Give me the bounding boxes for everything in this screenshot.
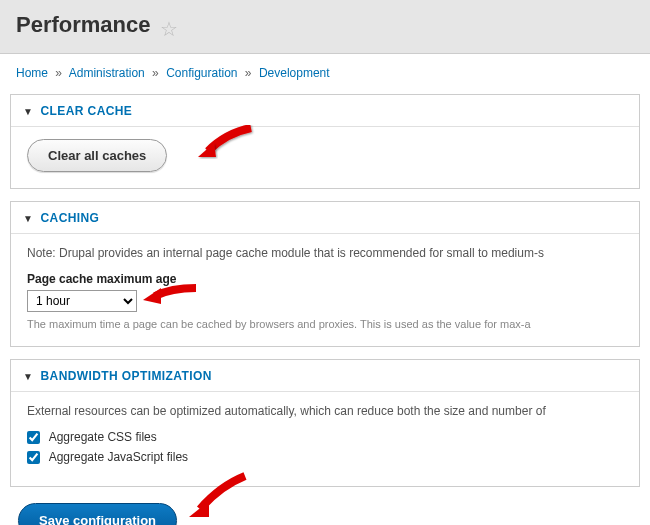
- breadcrumb-configuration[interactable]: Configuration: [166, 66, 237, 80]
- page-title: Performance: [16, 12, 151, 38]
- breadcrumb-sep: »: [51, 66, 66, 80]
- panel-bandwidth: ▼ BANDWIDTH OPTIMIZATION External resour…: [10, 359, 640, 488]
- collapse-toggle-icon: ▼: [23, 106, 33, 117]
- aggregate-css-checkbox[interactable]: [27, 431, 40, 444]
- panel-clear-cache: ▼ CLEAR CACHE Clear all caches: [10, 94, 640, 189]
- header-bar: Performance ☆: [0, 0, 650, 54]
- aggregate-js-label: Aggregate JavaScript files: [49, 450, 188, 464]
- favorite-star-icon[interactable]: ☆: [160, 18, 178, 40]
- collapse-toggle-icon: ▼: [23, 213, 33, 224]
- collapse-toggle-icon: ▼: [23, 371, 33, 382]
- breadcrumb-home[interactable]: Home: [16, 66, 48, 80]
- caching-note: Note: Drupal provides an internal page c…: [27, 246, 623, 260]
- clear-all-caches-button[interactable]: Clear all caches: [27, 139, 167, 172]
- page-cache-max-age-select[interactable]: 1 hour: [27, 290, 137, 312]
- panel-title: CACHING: [41, 211, 100, 225]
- breadcrumb: Home » Administration » Configuration » …: [0, 54, 650, 94]
- helper-text: The maximum time a page can be cached by…: [27, 318, 623, 330]
- svg-marker-2: [189, 501, 209, 517]
- breadcrumb-sep: »: [148, 66, 163, 80]
- panel-header[interactable]: ▼ CLEAR CACHE: [11, 95, 639, 127]
- panel-caching: ▼ CACHING Note: Drupal provides an inter…: [10, 201, 640, 347]
- aggregate-css-label: Aggregate CSS files: [49, 430, 157, 444]
- breadcrumb-development[interactable]: Development: [259, 66, 330, 80]
- panel-title: CLEAR CACHE: [41, 104, 133, 118]
- save-configuration-button[interactable]: Save configuration: [18, 503, 177, 525]
- aggregate-js-checkbox[interactable]: [27, 451, 40, 464]
- panel-header[interactable]: ▼ CACHING: [11, 202, 639, 234]
- bandwidth-note: External resources can be optimized auto…: [27, 404, 623, 418]
- panel-title: BANDWIDTH OPTIMIZATION: [41, 369, 212, 383]
- panel-header[interactable]: ▼ BANDWIDTH OPTIMIZATION: [11, 360, 639, 392]
- breadcrumb-sep: »: [241, 66, 256, 80]
- page-cache-max-age-label: Page cache maximum age: [27, 272, 623, 286]
- breadcrumb-administration[interactable]: Administration: [69, 66, 145, 80]
